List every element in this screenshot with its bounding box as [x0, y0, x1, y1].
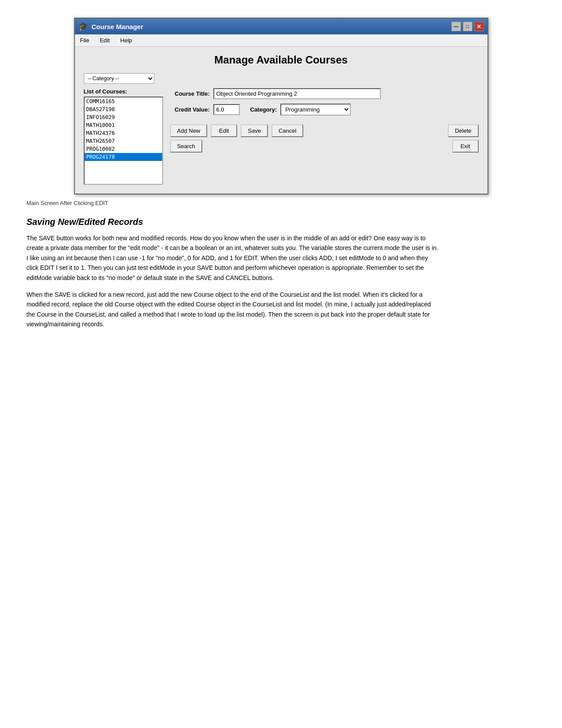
credit-category-group: Credit Value: Category: Programming Data…: [170, 104, 479, 116]
content-area: Manage Available Courses -- Category -- …: [75, 47, 488, 194]
minimize-button[interactable]: —: [451, 22, 461, 31]
list-item[interactable]: COMM16165: [85, 97, 162, 105]
menu-edit[interactable]: Edit: [98, 36, 111, 45]
right-panel: Course Title: Credit Value: Category: Pr…: [170, 88, 479, 185]
list-item-selected[interactable]: PROG24178: [85, 153, 162, 161]
list-label: List of Courses:: [84, 88, 163, 95]
category-dropdown[interactable]: -- Category -- Programming Database Math…: [84, 73, 154, 84]
list-item[interactable]: PROG10082: [85, 145, 162, 153]
title-bar-left: 🎓 Course Manager: [78, 22, 144, 31]
caption-text: Main Screen After Clicking EDIT: [26, 200, 536, 206]
add-new-button[interactable]: Add New: [170, 124, 208, 137]
category-row: -- Category -- Programming Database Math…: [84, 73, 479, 84]
list-item[interactable]: MATH26507: [85, 137, 162, 145]
body-paragraph-2: When the SAVE is clicked for a new recor…: [26, 290, 441, 329]
exit-button[interactable]: Exit: [452, 140, 479, 153]
course-title-input[interactable]: [213, 88, 381, 99]
main-layout: List of Courses: COMM16165 DBAS27198 INF…: [84, 88, 479, 185]
title-bar-controls: — □ ✕: [451, 22, 484, 31]
course-title-group: Course Title:: [170, 88, 479, 99]
page-title: Manage Available Courses: [84, 54, 479, 66]
save-button[interactable]: Save: [241, 124, 268, 137]
list-item[interactable]: INFO16029: [85, 113, 162, 121]
category-field-select[interactable]: Programming Database Math Communication: [280, 104, 351, 116]
cancel-button[interactable]: Cancel: [272, 124, 303, 137]
body-paragraph-1: The SAVE button works for both new and m…: [26, 233, 441, 283]
delete-button[interactable]: Delete: [448, 124, 479, 137]
course-listbox[interactable]: COMM16165 DBAS27198 INFO16029 MATH10001 …: [84, 97, 163, 185]
edit-button[interactable]: Edit: [211, 124, 237, 137]
menu-help[interactable]: Help: [119, 36, 134, 45]
list-item[interactable]: DBAS27198: [85, 105, 162, 113]
credit-value-input[interactable]: [213, 104, 240, 115]
search-button[interactable]: Search: [170, 140, 202, 153]
list-item[interactable]: MATH10001: [85, 121, 162, 129]
section-heading: Saving New/Edited Records: [26, 217, 536, 227]
search-exit-row: Search Exit: [170, 140, 479, 153]
maximize-button[interactable]: □: [463, 22, 473, 31]
button-row: Add New Edit Save Cancel Delete: [170, 124, 479, 137]
menu-file[interactable]: File: [78, 36, 91, 45]
app-icon: 🎓: [78, 22, 88, 31]
category-field-label: Category:: [250, 106, 277, 113]
title-bar: 🎓 Course Manager — □ ✕: [75, 19, 488, 34]
course-manager-window: 🎓 Course Manager — □ ✕ File Edit Help Ma…: [74, 18, 488, 194]
menu-bar: File Edit Help: [75, 34, 488, 47]
close-button[interactable]: ✕: [474, 22, 484, 31]
list-item[interactable]: MATH24376: [85, 129, 162, 137]
window-title: Course Manager: [92, 23, 144, 30]
credit-value-label: Credit Value:: [170, 106, 210, 113]
course-title-label: Course Title:: [170, 90, 210, 97]
list-panel: List of Courses: COMM16165 DBAS27198 INF…: [84, 88, 163, 185]
